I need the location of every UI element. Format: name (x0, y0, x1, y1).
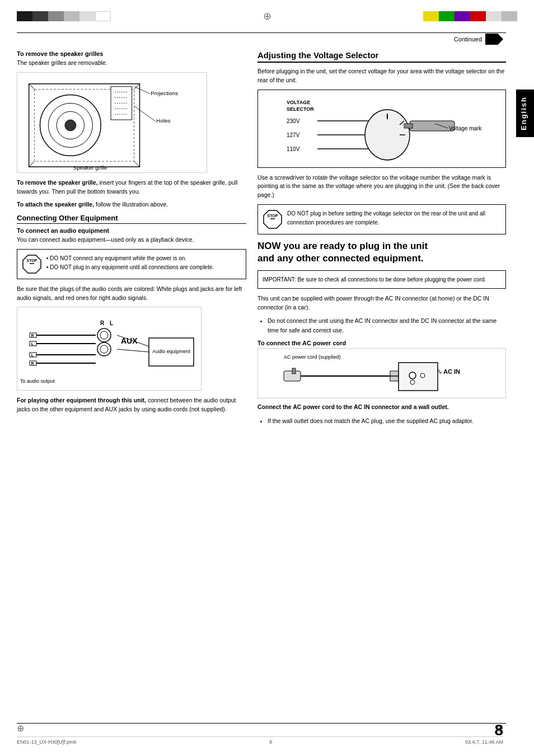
color-block-verylightgray (79, 11, 95, 21)
remove-bold: To remove the speaker grille, (17, 179, 98, 186)
voltage-section: Adjusting the Voltage Selector Before pl… (257, 50, 506, 234)
attach-bold: To attach the speaker grille, (17, 201, 94, 208)
svg-point-39 (100, 345, 108, 353)
svg-text:L: L (110, 320, 113, 326)
color-block-yellow (423, 11, 439, 21)
svg-text:STOP: STOP (27, 259, 38, 262)
svg-line-8 (29, 161, 35, 167)
svg-text:Audio equipment: Audio equipment (152, 349, 190, 354)
top-bar-right (423, 11, 517, 21)
ac-cord-illustration: AC power cord (supplied) (257, 348, 506, 398)
connect-bold-text: Connect the AC power cord to the AC IN c… (257, 403, 506, 412)
bottom-rule (17, 723, 506, 724)
now-heading: NOW you are ready to plug in the unit an… (257, 240, 506, 265)
color-block-red (470, 11, 486, 21)
playing-text: For playing other equipment through this… (17, 396, 246, 414)
svg-point-37 (100, 331, 108, 339)
stop-bullet-1: • DO NOT connect any equipment while the… (46, 254, 214, 263)
connecting-section: Connecting Other Equipment To connect an… (17, 214, 246, 414)
top-bar-left (17, 11, 111, 21)
svg-text:R: R (31, 361, 34, 365)
stop-icon-voltage: STOP (263, 209, 283, 229)
speaker-grille-illustration: Projections Holes Speaker grille (17, 72, 207, 173)
svg-text:To audio output: To audio output (20, 378, 55, 384)
stop-bullet-2: • DO NOT plug in any equipment until all… (46, 263, 214, 272)
svg-point-75 (420, 373, 425, 378)
top-rule (17, 32, 506, 33)
svg-text:R: R (31, 334, 34, 337)
now-bullet-item: Do not connect the unit using the AC IN … (268, 316, 506, 335)
svg-line-46 (117, 349, 149, 352)
svg-text:L: L (31, 342, 34, 346)
audio-heading: To connect an audio equipment (17, 227, 246, 234)
svg-point-74 (410, 380, 415, 384)
footer-left: EN01-13_UX-H30[U]f.pm6 (17, 739, 77, 745)
stop-box-voltage: STOP DO NOT plug in before setting the v… (257, 204, 506, 234)
now-section: NOW you are ready to plug in the unit an… (257, 240, 506, 426)
color-block-purple (455, 11, 470, 21)
svg-text:L: L (31, 353, 34, 357)
now-line1: NOW you are ready to plug in the unit (257, 241, 428, 251)
attach-rest: follow the illustration above. (94, 201, 168, 208)
svg-text:STOP: STOP (268, 214, 278, 218)
ac-bullet-list: If the wall outlet does not match the AC… (257, 416, 506, 426)
voltage-intro: Before plugging in the unit, set the cor… (257, 67, 506, 85)
svg-rect-61 (404, 124, 413, 128)
important-text: IMPORTANT: Be sure to check all connecti… (263, 276, 486, 283)
svg-text:Projections: Projections (151, 90, 178, 96)
color-block-mg2 (502, 11, 517, 21)
color-block-black (17, 11, 32, 21)
ac-bullet-item: If the wall outlet does not match the AC… (268, 416, 506, 426)
speaker-grille-svg: Projections Holes Speaker grille (17, 73, 207, 172)
stop-icon: STOP (22, 254, 42, 274)
color-block-lightgray (64, 11, 79, 21)
svg-text:230V: 230V (287, 118, 300, 124)
now-body: This unit can be supplied with power thr… (257, 294, 506, 312)
svg-line-17 (134, 86, 151, 93)
important-box: IMPORTANT: Be sure to check all connecti… (257, 270, 506, 289)
now-bullet-list: Do not connect the unit using the AC IN … (257, 316, 506, 335)
color-block-gray (48, 11, 64, 21)
footer-center: 8 (269, 739, 272, 745)
voltage-instruction: Use a screwdriver to rotate the voltage … (257, 173, 506, 200)
svg-line-6 (29, 84, 35, 90)
ac-cord-heading: To connect the AC power cord (257, 340, 506, 346)
svg-point-4 (65, 120, 76, 131)
left-column: To remove the speaker grilles The speake… (17, 50, 246, 430)
continued-bar: Continued (454, 34, 503, 45)
svg-text:Speaker grille: Speaker grille (73, 165, 107, 171)
continued-arrow-icon (485, 34, 503, 45)
svg-text:AC IN: AC IN (443, 368, 460, 375)
attach-grille-text: To attach the speaker grille, follow the… (17, 200, 246, 209)
svg-point-73 (409, 372, 416, 379)
speaker-grille-section: To remove the speaker grilles The speake… (17, 50, 246, 209)
stop-bullets-connect: • DO NOT connect any equipment while the… (46, 254, 214, 272)
voltage-illustration: VOLTAGE SELECTOR 230V 127V 110V (257, 90, 506, 168)
right-column: Adjusting the Voltage Selector Before pl… (257, 50, 506, 430)
svg-line-9 (134, 161, 140, 167)
svg-marker-64 (264, 210, 282, 228)
svg-rect-69 (292, 368, 296, 374)
svg-text:∿: ∿ (437, 368, 442, 375)
now-line2: and any other connected equipment. (257, 253, 424, 264)
svg-marker-21 (23, 255, 41, 273)
svg-rect-60 (410, 121, 455, 131)
svg-text:Voltage mark: Voltage mark (449, 125, 482, 132)
color-block-green (439, 11, 455, 21)
playing-bold: For playing other equipment through this… (17, 397, 146, 403)
footer: EN01-13_UX-H30[U]f.pm6 8 03.4.7, 11:46 A… (17, 736, 503, 745)
svg-text:127V: 127V (287, 132, 300, 138)
color-block-white (95, 11, 111, 21)
connecting-title: Connecting Other Equipment (17, 214, 246, 224)
connect-ac-bold: Connect the AC power cord to the AC IN c… (257, 403, 449, 410)
svg-text:Holes: Holes (156, 118, 170, 124)
svg-rect-72 (399, 363, 438, 391)
audio-cord-text: Be sure that the plugs of the audio cord… (17, 285, 246, 303)
page-wrapper: ⊕ English Continued To remove the speake… (0, 0, 534, 756)
top-crosshair-icon: ⊕ (263, 10, 271, 22)
stop-voltage-text: DO NOT plug in before setting the voltag… (287, 209, 501, 227)
svg-line-19 (134, 106, 156, 121)
continued-label: Continued (454, 36, 482, 43)
ac-cord-section: To connect the AC power cord AC power co… (257, 340, 506, 426)
language-tab: English (516, 90, 534, 137)
